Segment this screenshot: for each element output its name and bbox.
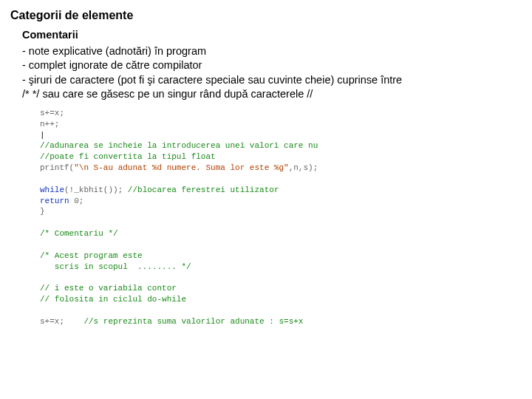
bullet-line: - note explicative (adnotări) în program: [22, 44, 522, 59]
bullet-line: - complet ignorate de către compilator: [22, 58, 522, 73]
page-title: Categorii de elemente: [10, 9, 522, 22]
code-text: }: [40, 207, 45, 216]
code-comment: /* Comentariu */: [40, 229, 118, 238]
code-string: "\n S-au adunat %d numere. Suma lor este…: [74, 163, 288, 172]
caret-icon: |: [40, 131, 45, 140]
code-text: s+=x;: [40, 317, 83, 326]
code-keyword: return: [40, 197, 69, 205]
code-comment: //poate fi convertita la tipul float: [40, 152, 216, 161]
code-sample-block: s+=x; n++; | //adunarea se incheie la in…: [40, 108, 522, 327]
code-text: s+=x;: [40, 109, 64, 117]
code-comment: //blocarea ferestrei utilizator: [128, 185, 279, 194]
code-text: printf(: [40, 163, 74, 172]
code-text: n++;: [40, 120, 59, 129]
code-comment: // folosita in ciclul do-while: [40, 295, 186, 304]
slide-page: Categorii de elemente Comentarii - note …: [0, 0, 532, 335]
code-comment: //s reprezinta suma valorilor adunate : …: [83, 317, 303, 326]
code-text: 0;: [69, 197, 84, 205]
code-comment: //adunarea se incheie la introducerea un…: [40, 141, 318, 150]
section-comentarii: Comentarii - note explicative (adnotări)…: [10, 28, 522, 102]
code-text: ,n,s);: [289, 163, 318, 172]
bullet-line: /* */ sau care se găsesc pe un singur râ…: [22, 87, 522, 102]
code-keyword: while: [40, 185, 64, 194]
code-comment: // i este o variabila contor: [40, 284, 177, 293]
bullet-line: - şiruri de caractere (pot fi şi caracte…: [22, 73, 522, 88]
section-heading: Comentarii: [22, 28, 522, 43]
code-comment: /* Acest program este: [40, 251, 143, 260]
code-sample: s+=x; n++; | //adunarea se incheie la in…: [40, 108, 522, 327]
code-text: (!_kbhit());: [64, 185, 128, 194]
code-comment: scris in scopul ........ */: [40, 262, 191, 271]
